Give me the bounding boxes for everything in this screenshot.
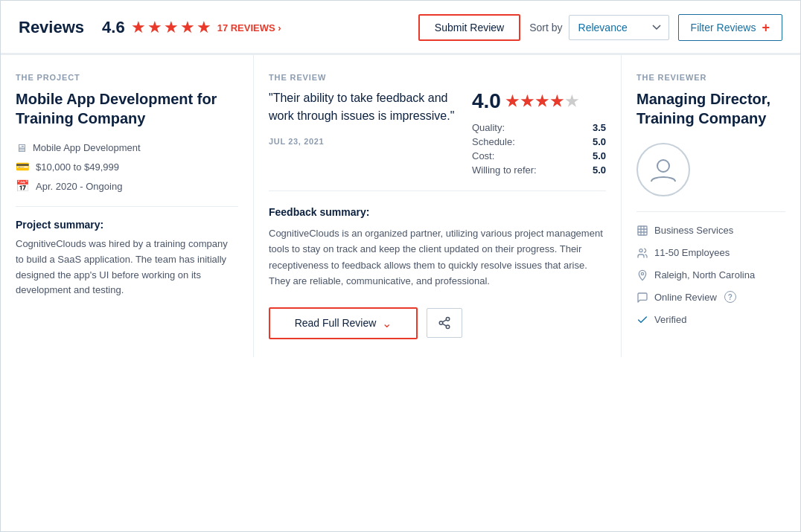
reviewer-size: 11-50 Employees: [636, 246, 785, 261]
header-actions: Submit Review Sort by Relevance Most Rec…: [418, 14, 782, 41]
feedback-text: CognitiveClouds is an organized partner,…: [269, 225, 606, 289]
filter-plus-icon: +: [762, 21, 770, 34]
review-column: THE REVIEW "Their ability to take feedba…: [254, 55, 622, 357]
reviews-header: Reviews 4.6 ★ ★ ★ ★ ★ 17 REVIEWS › Submi…: [1, 1, 800, 54]
meta-item-type: 🖥 Mobile App Development: [16, 141, 238, 154]
svg-line-4: [442, 320, 446, 322]
review-col-label: THE REVIEW: [269, 73, 606, 82]
review-quote: "Their ability to take feedback and work…: [269, 89, 460, 125]
building-icon: [636, 225, 648, 239]
quality-label: Quality:: [472, 122, 505, 133]
star-3: ★: [164, 18, 179, 37]
share-icon: [438, 316, 451, 330]
reviewer-review-type: Online Review ?: [636, 291, 785, 306]
score-star-3: ★: [535, 92, 549, 110]
star-5: ★: [197, 18, 211, 37]
avatar: [636, 143, 690, 196]
industry-text: Business Services: [654, 224, 733, 237]
reviewer-verified: Verified: [636, 313, 785, 328]
reviewer-name: Managing Director, Training Company: [636, 89, 785, 128]
calendar-icon: 📅: [16, 179, 30, 193]
share-button[interactable]: [427, 308, 462, 338]
project-title: Mobile App Development for Training Comp…: [16, 89, 238, 128]
score-star-1: ★: [505, 92, 519, 110]
feedback-label: Feedback summary:: [269, 206, 606, 218]
meta-budget-text: $10,000 to $49,999: [36, 161, 119, 173]
score-overall: 4.0 ★ ★ ★ ★ ★: [472, 89, 606, 113]
page-wrapper: Reviews 4.6 ★ ★ ★ ★ ★ 17 REVIEWS › Submi…: [0, 0, 801, 532]
reviewer-divider: [636, 211, 785, 212]
svg-rect-6: [638, 226, 647, 235]
meta-item-budget: 💳 $10,000 to $49,999: [16, 160, 238, 173]
location-text: Raleigh, North Carolina: [654, 269, 755, 282]
review-left: "Their ability to take feedback and work…: [269, 89, 460, 176]
rating-number: 4.6: [102, 18, 125, 37]
meta-date-text: Apr. 2020 - Ongoing: [36, 181, 122, 192]
verified-text: Verified: [654, 313, 686, 327]
sort-by-container: Sort by Relevance Most Recent Highest Ra…: [529, 15, 668, 40]
project-meta: 🖥 Mobile App Development 💳 $10,000 to $4…: [16, 141, 238, 193]
submit-review-button[interactable]: Submit Review: [418, 14, 520, 41]
help-circle-icon[interactable]: ?: [724, 291, 736, 303]
budget-icon: 💳: [16, 160, 30, 173]
online-review-icon: [636, 292, 648, 306]
sort-select[interactable]: Relevance Most Recent Highest Rated Lowe…: [569, 15, 669, 40]
score-star-5: ★: [565, 92, 578, 110]
score-schedule: Schedule: 5.0: [472, 136, 606, 147]
score-quality: Quality: 3.5: [472, 122, 606, 133]
rating-row: 4.6 ★ ★ ★ ★ ★ 17 REVIEWS ›: [102, 18, 403, 37]
reviewer-column: THE REVIEWER Managing Director, Training…: [622, 55, 800, 357]
filter-reviews-label: Filter Reviews: [691, 22, 756, 33]
reviewer-meta: Business Services 11-50 Employees: [636, 224, 785, 328]
star-1: ★: [131, 18, 146, 37]
project-column: THE PROJECT Mobile App Development for T…: [1, 55, 254, 357]
schedule-label: Schedule:: [472, 136, 515, 147]
svg-line-3: [442, 324, 446, 326]
review-card: THE PROJECT Mobile App Development for T…: [1, 54, 800, 357]
cost-value: 5.0: [593, 150, 606, 161]
reviews-title: Reviews: [19, 18, 84, 37]
reviewer-industry: Business Services: [636, 224, 785, 239]
monitor-icon: 🖥: [16, 141, 27, 154]
star-2: ★: [147, 18, 162, 37]
refer-label: Willing to refer:: [472, 164, 537, 176]
svg-point-11: [639, 249, 642, 252]
score-rows: Quality: 3.5 Schedule: 5.0 Cost: 5.0 W: [472, 122, 606, 176]
project-summary-text: CognitiveClouds was hired by a training …: [16, 237, 238, 298]
reviews-count-link[interactable]: 17 REVIEWS ›: [217, 22, 281, 33]
read-full-label: Read Full Review: [295, 317, 377, 329]
verified-icon: [636, 314, 648, 328]
overall-stars: ★ ★ ★ ★ ★: [131, 18, 211, 37]
project-col-label: THE PROJECT: [16, 73, 238, 82]
star-4: ★: [180, 18, 195, 37]
score-refer: Willing to refer: 5.0: [472, 164, 606, 176]
meta-item-date: 📅 Apr. 2020 - Ongoing: [16, 179, 238, 193]
refer-value: 5.0: [593, 164, 606, 176]
review-scores: 4.0 ★ ★ ★ ★ ★ Quality: 3.5: [472, 89, 606, 176]
reviewer-location: Raleigh, North Carolina: [636, 269, 785, 283]
employees-icon: [636, 247, 648, 261]
review-actions: Read Full Review ⌄: [269, 307, 606, 339]
location-icon: [636, 269, 648, 283]
review-top: "Their ability to take feedback and work…: [269, 89, 606, 191]
reviewer-col-label: THE REVIEWER: [636, 73, 785, 82]
user-avatar-icon: [648, 155, 678, 185]
score-star-2: ★: [520, 92, 534, 110]
score-cost: Cost: 5.0: [472, 150, 606, 161]
quality-value: 3.5: [593, 122, 606, 133]
review-date: JUL 23, 2021: [269, 137, 460, 146]
score-stars: ★ ★ ★ ★ ★: [505, 92, 578, 110]
svg-point-5: [657, 160, 669, 172]
cost-label: Cost:: [472, 150, 494, 161]
svg-point-12: [641, 272, 643, 275]
chevron-down-icon: ⌄: [382, 316, 392, 330]
filter-reviews-button[interactable]: Filter Reviews +: [678, 14, 782, 41]
employees-text: 11-50 Employees: [654, 246, 730, 260]
review-type-text: Online Review: [654, 291, 717, 304]
read-full-review-button[interactable]: Read Full Review ⌄: [269, 307, 418, 339]
meta-type-text: Mobile App Development: [33, 142, 141, 153]
sort-label: Sort by: [529, 22, 562, 33]
project-divider: [16, 206, 238, 207]
score-star-4: ★: [550, 92, 564, 110]
schedule-value: 5.0: [593, 136, 606, 147]
